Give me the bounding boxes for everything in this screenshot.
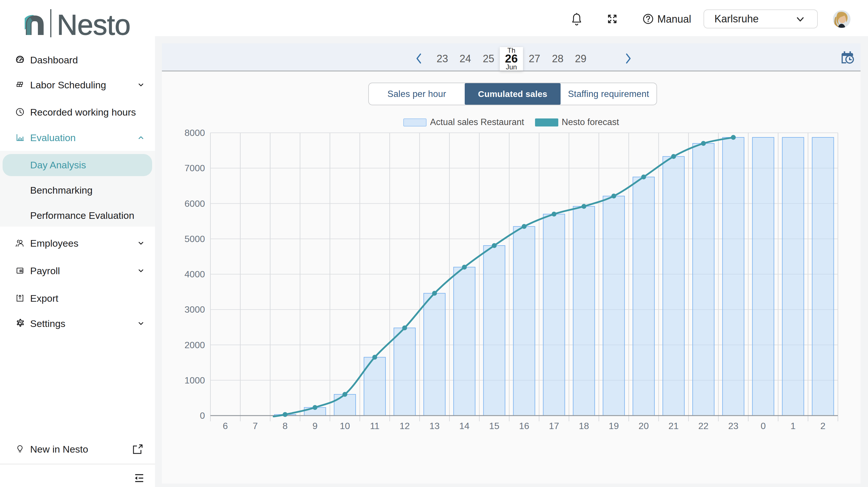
svg-text:6: 6 (223, 421, 228, 431)
svg-text:15: 15 (489, 421, 499, 431)
svg-text:17: 17 (549, 421, 559, 431)
svg-text:22: 22 (699, 421, 709, 431)
svg-text:16: 16 (519, 421, 529, 431)
svg-text:0: 0 (761, 421, 766, 431)
svg-text:Nesto: Nesto (57, 9, 130, 38)
svg-text:8000: 8000 (185, 128, 205, 138)
svg-text:9: 9 (312, 421, 317, 431)
svg-text:14: 14 (459, 421, 470, 431)
svg-text:1: 1 (790, 421, 796, 431)
svg-text:1000: 1000 (185, 375, 205, 386)
svg-text:20: 20 (639, 421, 649, 431)
svg-text:7000: 7000 (185, 163, 205, 173)
svg-text:13: 13 (429, 421, 440, 431)
svg-text:19: 19 (609, 421, 619, 431)
svg-text:3000: 3000 (185, 304, 205, 315)
svg-text:8: 8 (282, 421, 288, 431)
svg-text:0: 0 (200, 411, 205, 421)
svg-text:2000: 2000 (185, 340, 205, 350)
svg-text:18: 18 (579, 421, 589, 431)
svg-text:11: 11 (370, 421, 379, 431)
svg-text:2: 2 (820, 421, 826, 431)
svg-text:4000: 4000 (185, 269, 205, 279)
svg-text:5000: 5000 (185, 234, 205, 244)
svg-text:10: 10 (340, 421, 350, 431)
svg-text:21: 21 (669, 421, 679, 431)
svg-text:23: 23 (728, 421, 739, 431)
svg-text:12: 12 (400, 421, 410, 431)
svg-text:6000: 6000 (185, 198, 205, 209)
svg-text:7: 7 (253, 421, 258, 431)
